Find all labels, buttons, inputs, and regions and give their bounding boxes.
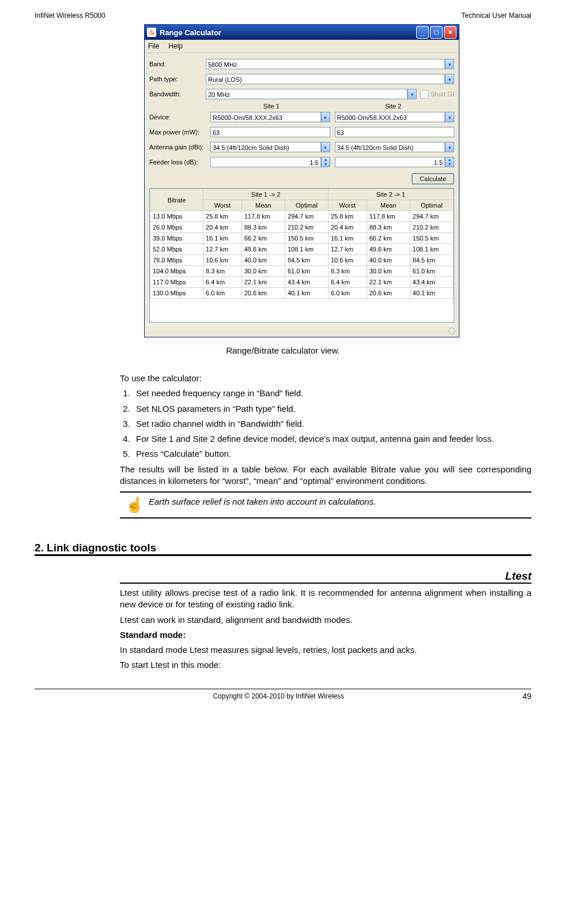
table-cell: 210.2 km	[410, 222, 453, 233]
table-cell: 43.4 km	[410, 277, 453, 288]
col-worst2: Worst	[329, 200, 367, 211]
col-worst1: Worst	[203, 200, 242, 211]
instruction-steps: Set needed frequency range in “Band” fie…	[120, 388, 531, 460]
window-title: Range Calculator	[160, 28, 415, 37]
device1-dropdown-icon[interactable]: ▾	[321, 112, 330, 122]
col-opt1: Optimal	[285, 200, 328, 211]
table-cell: 294.7 km	[285, 211, 328, 222]
ant1-field[interactable]: 34.5 (4ft/120cm Solid Dish)	[210, 142, 321, 152]
table-cell: 16.1 km	[203, 233, 242, 244]
step-4: For Site 1 and Site 2 define device mode…	[133, 433, 531, 445]
calculate-button[interactable]: Calculate	[412, 173, 454, 185]
menu-file[interactable]: File	[148, 42, 159, 50]
device2-dropdown-icon[interactable]: ▾	[445, 112, 454, 122]
table-row: 78.0 Mbps10.6 km40.0 km84.5 km10.6 km40.…	[150, 255, 454, 266]
table-cell: 108.1 km	[410, 244, 453, 255]
header-right: Technical User Manual	[462, 12, 531, 20]
feeder1-field[interactable]: 1.5	[210, 157, 321, 167]
page-number: 49	[522, 692, 531, 701]
feeder2-field[interactable]: 1.5	[335, 157, 446, 167]
window-titlebar: ♨ Range Calculator _ □ ×	[145, 25, 459, 40]
bw-dropdown-icon[interactable]: ▾	[407, 89, 417, 99]
section-link-diagnostic-tools: 2. Link diagnostic tools	[35, 542, 531, 556]
table-cell: 20.4 km	[203, 222, 242, 233]
device2-field[interactable]: R5000-Om/58.XXX.2x63	[335, 112, 446, 122]
table-cell: 49.6 km	[367, 244, 410, 255]
table-cell: 6.4 km	[329, 277, 367, 288]
band-label: Band:	[149, 61, 206, 67]
table-cell: 12.7 km	[329, 244, 367, 255]
short-gi-label: Short GI	[431, 91, 454, 97]
path-field[interactable]: Rural (LOS)	[206, 74, 445, 84]
table-row: 13.0 Mbps25.8 km117.8 km294.7 km25.8 km1…	[150, 211, 454, 222]
device1-field[interactable]: R5000-Om/58.XXX.2x63	[210, 112, 321, 122]
ant2-field[interactable]: 34.5 (4ft/120cm Solid Dish)	[335, 142, 446, 152]
close-button[interactable]: ×	[444, 26, 456, 39]
table-cell: 12.7 km	[203, 244, 242, 255]
col-bitrate: Bitrate	[150, 189, 203, 211]
band-field[interactable]: 5800 MHz	[206, 59, 445, 69]
table-cell: 20.4 km	[329, 222, 367, 233]
step-3: Set radio channel width in “Bandwidth” f…	[133, 418, 531, 430]
table-cell: 22.1 km	[367, 277, 410, 288]
table-cell: 39.0 Mbps	[150, 233, 203, 244]
table-cell: 8.3 km	[203, 266, 242, 277]
copyright: Copyright © 2004-2010 by InfiNet Wireles…	[213, 692, 344, 700]
minimize-button[interactable]: _	[416, 26, 429, 39]
step-5: Press “Calculate” button.	[133, 448, 531, 460]
results-table: Bitrate Site 1 -> 2 Site 2 -> 1 Worst Me…	[150, 189, 454, 299]
menu-help[interactable]: Help	[168, 42, 183, 50]
table-cell: 6.0 km	[329, 288, 367, 299]
header-left: InfiNet Wireless R5000	[35, 12, 105, 20]
col-mean1: Mean	[242, 200, 285, 211]
table-cell: 40.0 km	[242, 255, 285, 266]
table-row: 26.0 Mbps20.4 km88.3 km210.2 km20.4 km88…	[150, 222, 454, 233]
table-cell: 66.2 km	[242, 233, 285, 244]
power2-field[interactable]: 63	[335, 127, 455, 137]
table-cell: 25.8 km	[329, 211, 367, 222]
table-cell: 8.3 km	[329, 266, 367, 277]
maxpower-label: Max power (mW):	[149, 129, 210, 136]
bw-field[interactable]: 20 MHz	[206, 89, 407, 99]
table-row: 117.0 Mbps6.4 km22.1 km43.4 km6.4 km22.1…	[150, 277, 454, 288]
col-opt2: Optimal	[410, 200, 453, 211]
table-cell: 30.0 km	[242, 266, 285, 277]
status-bar	[145, 325, 459, 337]
table-cell: 6.0 km	[203, 288, 242, 299]
table-cell: 20.6 km	[242, 288, 285, 299]
table-cell: 104.0 Mbps	[150, 266, 203, 277]
col-site12: Site 1 -> 2	[203, 189, 329, 200]
ltest-standard-mode-label: Standard mode:	[120, 629, 531, 641]
table-cell: 40.0 km	[367, 255, 410, 266]
table-cell: 30.0 km	[367, 266, 410, 277]
power1-field[interactable]: 63	[210, 127, 330, 137]
results-paragraph: The results will be listed in a table be…	[120, 464, 531, 487]
maximize-button[interactable]: □	[430, 26, 443, 39]
ltest-p2: Ltest can work in standard, alignment an…	[120, 614, 531, 626]
site1-header: Site 1	[210, 103, 333, 110]
col-site21: Site 2 -> 1	[329, 189, 454, 200]
table-cell: 40.1 km	[410, 288, 453, 299]
checkbox-icon	[420, 90, 429, 99]
feeder1-spinner-icon[interactable]: ▴▾	[321, 157, 330, 167]
table-cell: 117.8 km	[242, 211, 285, 222]
ant1-dropdown-icon[interactable]: ▾	[321, 142, 330, 152]
pointing-hand-icon: ☝	[120, 495, 149, 515]
table-cell: 40.1 km	[285, 288, 328, 299]
table-cell: 20.6 km	[367, 288, 410, 299]
table-cell: 84.5 km	[410, 255, 453, 266]
subsection-ltest: Ltest	[120, 570, 531, 584]
instructions-intro: To use the calculator:	[120, 373, 531, 384]
band-dropdown-icon[interactable]: ▾	[445, 59, 454, 69]
ant2-dropdown-icon[interactable]: ▾	[445, 142, 454, 152]
table-row: 104.0 Mbps8.3 km30.0 km61.0 km8.3 km30.0…	[150, 266, 454, 277]
range-calculator-window: ♨ Range Calculator _ □ × File Help Band:…	[144, 24, 459, 337]
table-cell: 6.4 km	[203, 277, 242, 288]
table-cell: 84.5 km	[285, 255, 328, 266]
table-row: 52.0 Mbps12.7 km49.6 km108.1 km12.7 km49…	[150, 244, 454, 255]
table-cell: 117.8 km	[367, 211, 410, 222]
feeder2-spinner-icon[interactable]: ▴▾	[445, 157, 454, 167]
path-dropdown-icon[interactable]: ▾	[445, 74, 454, 84]
table-cell: 150.5 km	[410, 233, 453, 244]
device-label: Device:	[149, 114, 210, 121]
